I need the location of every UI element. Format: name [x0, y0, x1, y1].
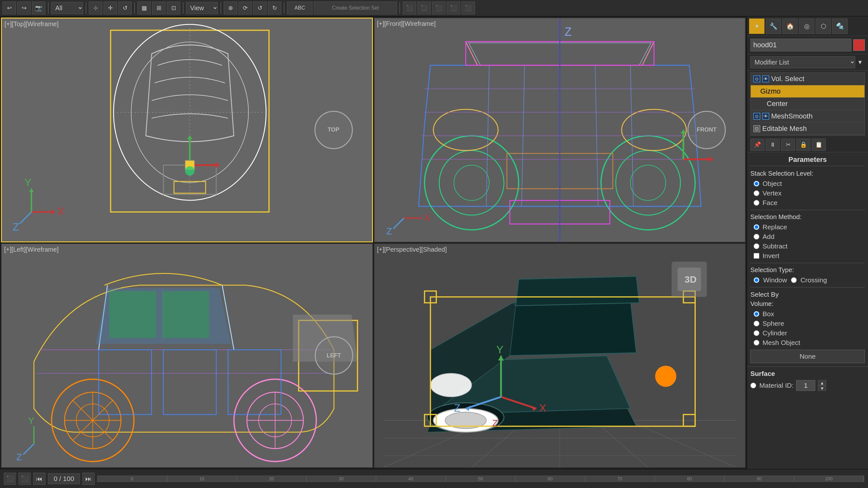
window-label: Window [763, 276, 787, 284]
none-button[interactable]: None [750, 350, 865, 363]
toolbar-redo[interactable]: ↪ [17, 2, 31, 14]
mark-10: 10 [167, 476, 237, 482]
view-dropdown[interactable]: View [186, 2, 218, 14]
modifier-center[interactable]: Center [751, 98, 865, 110]
viewport-left[interactable]: [+][Left][Wireframe] LEFT [1, 243, 373, 468]
svg-text:Z: Z [454, 402, 460, 414]
svg-marker-45 [709, 157, 713, 162]
volume-radio-group: Box Sphere Cylinder Mesh Object [750, 310, 865, 347]
panel-tab-motion[interactable]: ◎ [799, 19, 814, 34]
toolbar-move[interactable]: ✛ [103, 2, 117, 14]
radio-cylinder-row: Cylinder [753, 329, 865, 337]
radio-window[interactable] [753, 277, 760, 283]
modifier-meshsmooth[interactable]: ⊙ 👁 MeshSmooth [751, 110, 865, 123]
timeline-btn-icons[interactable]: ⬛ [4, 473, 16, 485]
toolbar-render1[interactable]: ⬛ [403, 2, 416, 14]
timeline-btn-keys[interactable]: ⬛ [19, 473, 31, 485]
stack-tool-copy[interactable]: 📋 [812, 139, 826, 151]
invert-checkbox[interactable] [753, 253, 760, 259]
divider1 [750, 210, 865, 210]
panel-tab-display[interactable]: ⬡ [815, 19, 831, 34]
panel-tab-utilities[interactable]: 🔩 [832, 19, 847, 34]
viewport-perspective[interactable]: [+][Perspective][Shaded] [374, 243, 746, 468]
stack-selection-radio-group: Object Vertex Face [750, 180, 865, 207]
radio-vertex[interactable] [753, 190, 760, 196]
radio-mesh-object[interactable] [753, 340, 760, 346]
meshsmooth-icon: ⊙ [753, 113, 760, 120]
stack-tool-pin[interactable]: 📌 [750, 139, 765, 151]
radio-add[interactable] [753, 234, 760, 239]
radio-mesh-object-row: Mesh Object [753, 339, 865, 347]
radio-cylinder[interactable] [753, 330, 760, 336]
mode-dropdown[interactable]: All [51, 2, 83, 14]
surface-radio[interactable] [750, 383, 756, 388]
svg-text:Z: Z [564, 25, 571, 38]
toolbar-render2[interactable]: ⬛ [417, 2, 431, 14]
toolbar-abc[interactable]: ABC [287, 2, 313, 14]
panel-tab-hierarchy[interactable]: 🏠 [782, 19, 798, 34]
toolbar-render3[interactable]: ⬛ [432, 2, 445, 14]
mark-0: 0 [97, 476, 167, 482]
modifier-vol-select[interactable]: ⊙ 👁 Vol. Select [751, 73, 865, 85]
toolbar-camera[interactable]: 📷 [32, 2, 45, 14]
timeline-go-start[interactable]: ⏮ [33, 473, 45, 485]
toolbar-select[interactable]: ⊹ [89, 2, 102, 14]
main-area: [+][Top][Wireframe] TOP [0, 17, 868, 469]
svg-line-12 [20, 212, 32, 224]
toolbar-create-sel[interactable]: Create Selection Set [314, 2, 397, 14]
svg-rect-72 [109, 291, 156, 338]
stack-tool-pause[interactable]: ⏸ [766, 139, 780, 151]
radio-replace[interactable] [753, 224, 760, 230]
timeline-marks: 0 10 20 30 40 50 60 70 80 90 100 [97, 476, 864, 482]
modifier-gizmo[interactable]: Gizmo [751, 85, 865, 98]
sep6 [284, 2, 284, 14]
modifier-list-arrow[interactable]: ▼ [855, 59, 865, 66]
toolbar-undo[interactable]: ↩ [3, 2, 16, 14]
mark-80: 80 [655, 476, 724, 482]
svg-text:Z: Z [16, 452, 22, 462]
modifier-list-select[interactable]: Modifier List [750, 56, 855, 68]
radio-object[interactable] [753, 181, 760, 187]
vol-select-eye: 👁 [762, 75, 769, 83]
panel-tab-create[interactable]: ✦ [749, 19, 765, 34]
toolbar-snap[interactable]: ⊞ [152, 2, 165, 14]
toolbar-rotate[interactable]: ↺ [118, 2, 132, 14]
toolbar-mirror[interactable]: ⊡ [167, 2, 180, 14]
stack-tool-lock[interactable]: 🔒 [797, 139, 810, 151]
svg-line-77 [23, 444, 34, 454]
divider2 [750, 263, 865, 263]
viewport-top[interactable]: [+][Top][Wireframe] TOP [1, 18, 373, 242]
stack-tool-cut[interactable]: ✂ [781, 139, 795, 151]
radio-subtract[interactable] [753, 243, 760, 249]
toolbar-track1[interactable]: ⟳ [239, 2, 252, 14]
spinner-up[interactable]: ▲ [818, 380, 826, 386]
center-label: Center [767, 100, 788, 108]
invert-row: Invert [753, 252, 865, 260]
surface-radio-row: Material ID: ▲ ▼ [750, 380, 865, 391]
viewport-front[interactable]: [+][Front][Wireframe] FRONT [374, 18, 746, 242]
stack-toolbar: 📌 ⏸ ✂ 🔒 📋 [747, 137, 868, 152]
toolbar-track3[interactable]: ↻ [268, 2, 281, 14]
spinner-down[interactable]: ▼ [818, 386, 826, 391]
object-name-input[interactable] [750, 39, 851, 52]
svg-marker-15 [216, 162, 219, 168]
object-color-swatch[interactable] [853, 39, 865, 51]
modifier-editable-mesh[interactable]: ⊡ Editable Mesh [751, 123, 865, 135]
radio-box[interactable] [753, 311, 760, 317]
radio-sphere[interactable] [753, 321, 760, 326]
toolbar-align[interactable]: ⊕ [224, 2, 237, 14]
radio-face[interactable] [753, 200, 760, 206]
material-id-input[interactable] [796, 380, 815, 391]
timeline-track[interactable]: 0 10 20 30 40 50 60 70 80 90 100 [97, 476, 864, 482]
toolbar-render5[interactable]: ⬛ [462, 2, 475, 14]
radio-face-label: Face [763, 199, 778, 207]
toolbar-track2[interactable]: ↺ [253, 2, 267, 14]
volume-label: Volume: [750, 300, 865, 307]
toolbar-view-mode[interactable]: ▦ [137, 2, 151, 14]
toolbar-render4[interactable]: ⬛ [447, 2, 460, 14]
radio-crossing[interactable] [791, 277, 797, 283]
svg-text:X: X [539, 402, 546, 414]
timeline-go-end[interactable]: ⏭ [83, 473, 95, 485]
radio-box-label: Box [763, 310, 774, 318]
panel-tab-modify[interactable]: 🔧 [766, 19, 781, 34]
